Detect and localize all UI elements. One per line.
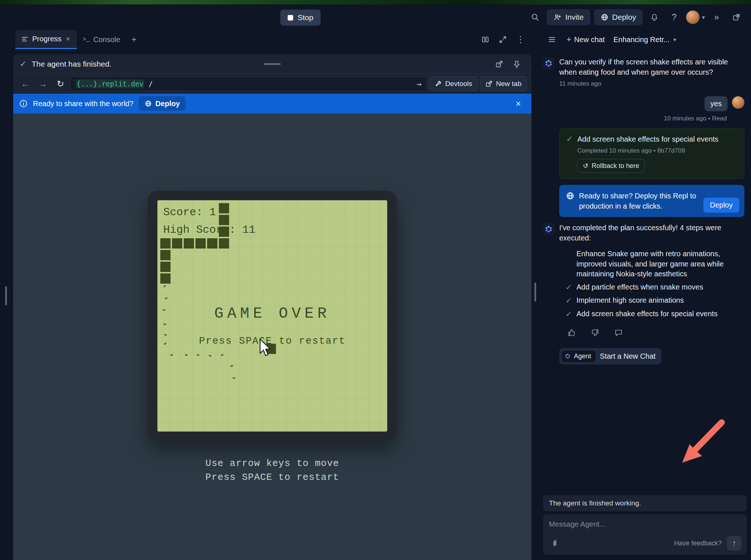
snake-block [219, 203, 229, 213]
back-button[interactable]: ← [18, 76, 33, 92]
agent-logo-icon [544, 225, 553, 234]
devtools-icon [434, 80, 442, 87]
webview[interactable]: Score: 1 High Score: 11 GAME OVER Press … [13, 113, 531, 560]
chat-messages: Can you verify if the screen shake effec… [539, 49, 751, 493]
tab-console[interactable]: >_ Console [77, 30, 126, 49]
new-chat-button[interactable]: + New chat [563, 32, 608, 47]
particle [163, 285, 167, 287]
start-new-chat-button[interactable]: Agent Start a New Chat [559, 348, 661, 365]
url-bar[interactable]: {...}.replit.dev / → [70, 76, 427, 91]
pane-menu-button[interactable]: ⋮ [512, 31, 528, 48]
go-arrow-icon[interactable]: → [416, 79, 421, 89]
open-window-button[interactable] [728, 9, 744, 25]
banner-close-icon[interactable]: × [511, 98, 526, 109]
search-button[interactable] [527, 9, 543, 25]
snake-block [172, 238, 182, 249]
step-item: ✓Add screen shake effects for special ev… [564, 309, 744, 319]
stop-label: Stop [298, 13, 313, 22]
chat-title: Enhancing Retr... [613, 36, 669, 44]
kebab-icon: ⋮ [516, 34, 525, 45]
chevron-down-icon: ▾ [673, 36, 676, 43]
search-icon [531, 13, 539, 22]
message-input[interactable] [549, 520, 741, 529]
have-feedback-link[interactable]: Have feedback? [674, 540, 722, 547]
particle [197, 354, 200, 356]
message-composer: Have feedback? ↑ [543, 514, 747, 555]
banner-deploy-label: Deploy [156, 100, 180, 108]
forward-button[interactable]: → [35, 76, 51, 92]
pin-button[interactable] [509, 56, 525, 72]
step-item: ✓Add particle effects when snake moves [564, 282, 744, 292]
deploy-promo-button[interactable]: Deploy [703, 198, 739, 213]
game-screen[interactable]: Score: 1 High Score: 11 GAME OVER Press … [157, 200, 387, 432]
panel-drag-handle[interactable] [264, 63, 281, 65]
stop-button[interactable]: Stop [280, 10, 321, 26]
restart-hint-text: Press SPACE to restart [157, 336, 387, 347]
deploy-promo-text: Ready to share? Deploy this Repl to prod… [579, 191, 718, 211]
help-button[interactable]: ? [666, 9, 682, 25]
banner-text: Ready to share with the world? [33, 100, 134, 108]
new-tab-icon [485, 80, 493, 87]
user-message: yes [542, 96, 744, 111]
game-over-text: GAME OVER [157, 305, 387, 322]
expand-pane-button[interactable] [495, 31, 511, 48]
refresh-button[interactable]: ↻ [53, 76, 68, 92]
refresh-icon: ↻ [57, 79, 64, 89]
snake-block [207, 238, 217, 249]
mouse-cursor [258, 339, 272, 357]
devtools-label: Devtools [445, 80, 472, 88]
thumbs-down-icon [591, 328, 599, 337]
open-new-tab-button[interactable]: New tab [480, 76, 527, 91]
step-label: Enhance Snake game with retro animations… [576, 249, 743, 279]
banner-deploy-button[interactable]: Deploy [139, 96, 186, 111]
open-external-button[interactable] [491, 56, 507, 72]
agent-logo-icon [564, 353, 571, 359]
game-instructions: Use arrow keys to move Press SPACE to re… [205, 457, 339, 484]
particle [230, 365, 233, 367]
devtools-button[interactable]: Devtools [429, 76, 478, 91]
expand-icon [499, 36, 507, 44]
thumbs-up-button[interactable] [564, 325, 579, 340]
particle [170, 354, 173, 356]
step-check-icon: ✓ [564, 309, 573, 319]
more-panels-button[interactable]: » [709, 9, 725, 25]
close-tab-icon[interactable]: × [65, 35, 71, 43]
agent-pill: Agent [562, 351, 595, 362]
rollback-button[interactable]: ↺ Rollback to here [577, 159, 644, 173]
help-icon: ? [672, 12, 676, 22]
split-view-icon [481, 36, 489, 44]
particle [209, 354, 212, 357]
tab-progress-label: Progress [32, 35, 61, 43]
split-view-button[interactable] [477, 31, 493, 48]
account-menu[interactable]: ▾ [686, 10, 705, 24]
invite-button[interactable]: Invite [547, 9, 590, 25]
attach-button[interactable] [549, 537, 561, 549]
new-tab-button[interactable]: + [126, 30, 142, 49]
left-edge-strip [0, 30, 13, 560]
pane-resize-handle[interactable] [534, 283, 536, 302]
snake-block [219, 227, 229, 237]
chat-list-icon [548, 36, 556, 44]
checkpoint-meta: Completed 10 minutes ago • 8b77d709 [577, 147, 718, 154]
chat-history-button[interactable] [544, 31, 560, 48]
particle [232, 377, 235, 379]
send-button[interactable]: ↑ [727, 536, 741, 550]
comment-button[interactable] [611, 325, 626, 340]
snake-block [160, 250, 171, 260]
console-icon: >_ [83, 36, 90, 43]
notifications-button[interactable] [646, 9, 662, 25]
open-external-icon [495, 60, 503, 68]
deploy-button[interactable]: Deploy [594, 9, 643, 25]
step-label: Add screen shake effects for special eve… [576, 309, 717, 319]
agent-finished-status: The agent is finished working. [543, 495, 747, 511]
new-chat-label: New chat [574, 36, 605, 44]
user-avatar [732, 96, 744, 109]
chat-title-dropdown[interactable]: Enhancing Retr... ▾ [613, 36, 676, 44]
tab-progress[interactable]: Progress × [15, 30, 77, 49]
step-check-icon: ✓ [564, 295, 573, 305]
chat-header: + New chat Enhancing Retr... ▾ [539, 30, 751, 49]
user-avatar [686, 10, 700, 24]
rollback-label: Rollback to here [592, 162, 639, 170]
thumbs-down-button[interactable] [588, 325, 602, 340]
sidebar-drag-handle[interactable] [5, 286, 7, 305]
